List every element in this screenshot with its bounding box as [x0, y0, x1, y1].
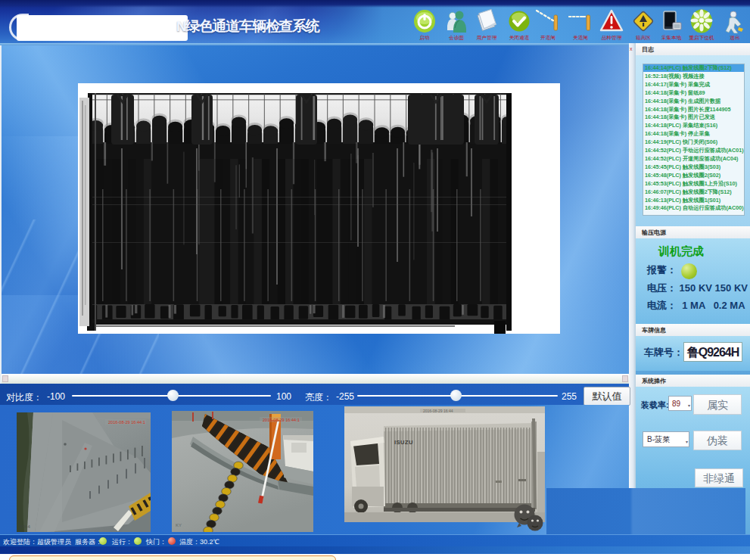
svg-text:ISUZU: ISUZU [394, 439, 413, 446]
svg-text:2016-08-29 16:44:1: 2016-08-29 16:44:1 [108, 420, 145, 425]
svg-text:KY: KY [176, 523, 182, 527]
svg-text:2016-08-29 16:44: 2016-08-29 16:44 [423, 409, 453, 413]
svg-text:KY-4: KY-4 [20, 524, 30, 529]
svg-text:2016-08-29 16:44:1: 2016-08-29 16:44:1 [263, 418, 300, 422]
